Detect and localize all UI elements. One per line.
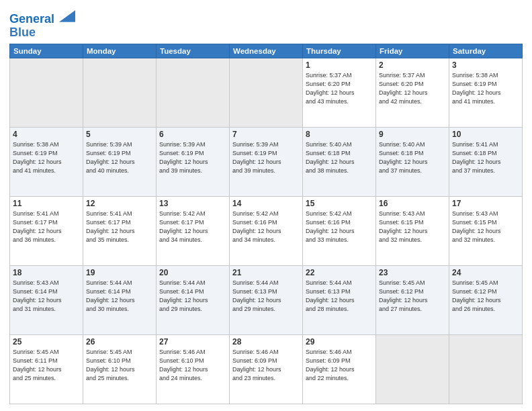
day-number: 29 bbox=[306, 337, 373, 347]
day-info: Sunrise: 5:45 AMSunset: 6:12 PMDaylight:… bbox=[379, 279, 446, 314]
calendar-cell: 4Sunrise: 5:38 AMSunset: 6:19 PMDaylight… bbox=[10, 127, 83, 196]
day-info: Sunrise: 5:37 AMSunset: 6:20 PMDaylight:… bbox=[306, 71, 373, 106]
day-info: Sunrise: 5:45 AMSunset: 6:10 PMDaylight:… bbox=[86, 348, 153, 383]
day-number: 11 bbox=[13, 199, 80, 208]
svg-marker-0 bbox=[59, 10, 75, 22]
day-info: Sunrise: 5:42 AMSunset: 6:16 PMDaylight:… bbox=[232, 210, 300, 244]
day-info: Sunrise: 5:43 AMSunset: 6:14 PMDaylight:… bbox=[13, 279, 80, 314]
day-info: Sunrise: 5:46 AMSunset: 6:09 PMDaylight:… bbox=[306, 348, 373, 383]
header: General Blue bbox=[9, 7, 523, 40]
calendar-cell: 24Sunrise: 5:45 AMSunset: 6:12 PMDayligh… bbox=[449, 265, 523, 334]
day-info: Sunrise: 5:39 AMSunset: 6:19 PMDaylight:… bbox=[86, 140, 153, 175]
calendar-cell: 12Sunrise: 5:41 AMSunset: 6:17 PMDayligh… bbox=[83, 196, 157, 265]
day-number: 22 bbox=[306, 268, 373, 277]
day-info: Sunrise: 5:38 AMSunset: 6:19 PMDaylight:… bbox=[452, 71, 519, 106]
logo-general: General bbox=[9, 12, 54, 26]
day-number: 27 bbox=[159, 337, 226, 347]
weekday-header-row: SundayMondayTuesdayWednesdayThursdayFrid… bbox=[10, 44, 523, 58]
day-number: 4 bbox=[13, 130, 80, 139]
calendar-cell: 25Sunrise: 5:45 AMSunset: 6:11 PMDayligh… bbox=[10, 334, 83, 404]
calendar-cell bbox=[230, 58, 303, 127]
weekday-header-friday: Friday bbox=[376, 44, 449, 58]
day-number: 5 bbox=[86, 130, 153, 139]
calendar-cell: 6Sunrise: 5:39 AMSunset: 6:19 PMDaylight… bbox=[157, 127, 230, 196]
day-info: Sunrise: 5:37 AMSunset: 6:20 PMDaylight:… bbox=[379, 71, 446, 106]
day-number: 1 bbox=[306, 60, 373, 70]
logo-icon bbox=[59, 9, 75, 23]
day-info: Sunrise: 5:45 AMSunset: 6:11 PMDaylight:… bbox=[13, 348, 80, 383]
calendar-cell: 8Sunrise: 5:40 AMSunset: 6:18 PMDaylight… bbox=[303, 127, 376, 196]
calendar-cell: 29Sunrise: 5:46 AMSunset: 6:09 PMDayligh… bbox=[303, 334, 376, 404]
day-number: 21 bbox=[232, 268, 300, 277]
calendar-cell bbox=[449, 334, 523, 404]
day-number: 8 bbox=[306, 130, 373, 139]
day-number: 17 bbox=[452, 199, 519, 208]
day-number: 24 bbox=[452, 268, 519, 277]
day-number: 13 bbox=[159, 199, 226, 208]
day-number: 23 bbox=[379, 268, 446, 277]
calendar-cell: 20Sunrise: 5:44 AMSunset: 6:14 PMDayligh… bbox=[157, 265, 230, 334]
day-number: 20 bbox=[159, 268, 226, 277]
calendar-cell bbox=[83, 58, 157, 127]
calendar-cell: 1Sunrise: 5:37 AMSunset: 6:20 PMDaylight… bbox=[303, 58, 376, 127]
calendar-cell: 16Sunrise: 5:43 AMSunset: 6:15 PMDayligh… bbox=[376, 196, 449, 265]
calendar-cell: 17Sunrise: 5:43 AMSunset: 6:15 PMDayligh… bbox=[449, 196, 523, 265]
calendar-table: SundayMondayTuesdayWednesdayThursdayFrid… bbox=[9, 44, 523, 404]
day-info: Sunrise: 5:44 AMSunset: 6:13 PMDaylight:… bbox=[306, 279, 373, 314]
day-info: Sunrise: 5:40 AMSunset: 6:18 PMDaylight:… bbox=[379, 140, 446, 175]
calendar-cell: 5Sunrise: 5:39 AMSunset: 6:19 PMDaylight… bbox=[83, 127, 157, 196]
calendar-cell: 23Sunrise: 5:45 AMSunset: 6:12 PMDayligh… bbox=[376, 265, 449, 334]
day-info: Sunrise: 5:43 AMSunset: 6:15 PMDaylight:… bbox=[452, 210, 519, 244]
calendar-cell: 11Sunrise: 5:41 AMSunset: 6:17 PMDayligh… bbox=[10, 196, 83, 265]
calendar-cell: 13Sunrise: 5:42 AMSunset: 6:17 PMDayligh… bbox=[157, 196, 230, 265]
day-number: 6 bbox=[159, 130, 226, 139]
day-info: Sunrise: 5:42 AMSunset: 6:16 PMDaylight:… bbox=[306, 210, 373, 244]
calendar-cell: 2Sunrise: 5:37 AMSunset: 6:20 PMDaylight… bbox=[376, 58, 449, 127]
calendar-cell: 9Sunrise: 5:40 AMSunset: 6:18 PMDaylight… bbox=[376, 127, 449, 196]
weekday-header-thursday: Thursday bbox=[303, 44, 376, 58]
calendar-cell: 21Sunrise: 5:44 AMSunset: 6:13 PMDayligh… bbox=[230, 265, 303, 334]
calendar-cell bbox=[376, 334, 449, 404]
day-number: 26 bbox=[86, 337, 153, 347]
calendar-cell: 27Sunrise: 5:46 AMSunset: 6:10 PMDayligh… bbox=[157, 334, 230, 404]
day-number: 10 bbox=[452, 130, 519, 139]
day-info: Sunrise: 5:45 AMSunset: 6:12 PMDaylight:… bbox=[452, 279, 519, 314]
week-row-3: 11Sunrise: 5:41 AMSunset: 6:17 PMDayligh… bbox=[10, 196, 523, 265]
week-row-2: 4Sunrise: 5:38 AMSunset: 6:19 PMDaylight… bbox=[10, 127, 523, 196]
day-number: 19 bbox=[86, 268, 153, 277]
weekday-header-saturday: Saturday bbox=[449, 44, 523, 58]
calendar-cell: 22Sunrise: 5:44 AMSunset: 6:13 PMDayligh… bbox=[303, 265, 376, 334]
day-info: Sunrise: 5:39 AMSunset: 6:19 PMDaylight:… bbox=[232, 140, 300, 175]
day-number: 18 bbox=[13, 268, 80, 277]
day-info: Sunrise: 5:41 AMSunset: 6:18 PMDaylight:… bbox=[452, 140, 519, 175]
day-number: 2 bbox=[379, 60, 446, 70]
logo-blue: Blue bbox=[9, 26, 75, 40]
weekday-header-wednesday: Wednesday bbox=[230, 44, 303, 58]
calendar-cell: 7Sunrise: 5:39 AMSunset: 6:19 PMDaylight… bbox=[230, 127, 303, 196]
day-info: Sunrise: 5:44 AMSunset: 6:14 PMDaylight:… bbox=[86, 279, 153, 314]
day-number: 25 bbox=[13, 337, 80, 347]
weekday-header-tuesday: Tuesday bbox=[157, 44, 230, 58]
day-info: Sunrise: 5:39 AMSunset: 6:19 PMDaylight:… bbox=[159, 140, 226, 175]
day-info: Sunrise: 5:44 AMSunset: 6:13 PMDaylight:… bbox=[232, 279, 300, 314]
day-info: Sunrise: 5:40 AMSunset: 6:18 PMDaylight:… bbox=[306, 140, 373, 175]
day-info: Sunrise: 5:43 AMSunset: 6:15 PMDaylight:… bbox=[379, 210, 446, 244]
day-number: 28 bbox=[232, 337, 300, 347]
week-row-5: 25Sunrise: 5:45 AMSunset: 6:11 PMDayligh… bbox=[10, 334, 523, 404]
day-number: 9 bbox=[379, 130, 446, 139]
day-number: 3 bbox=[452, 60, 519, 70]
calendar-cell: 3Sunrise: 5:38 AMSunset: 6:19 PMDaylight… bbox=[449, 58, 523, 127]
day-number: 7 bbox=[232, 130, 300, 139]
logo: General Blue bbox=[9, 9, 75, 40]
calendar-cell: 10Sunrise: 5:41 AMSunset: 6:18 PMDayligh… bbox=[449, 127, 523, 196]
day-number: 14 bbox=[232, 199, 300, 208]
logo-text: General bbox=[9, 9, 75, 26]
calendar-cell: 14Sunrise: 5:42 AMSunset: 6:16 PMDayligh… bbox=[230, 196, 303, 265]
weekday-header-sunday: Sunday bbox=[10, 44, 83, 58]
calendar-cell bbox=[10, 58, 83, 127]
weekday-header-monday: Monday bbox=[83, 44, 157, 58]
day-info: Sunrise: 5:44 AMSunset: 6:14 PMDaylight:… bbox=[159, 279, 226, 314]
day-info: Sunrise: 5:41 AMSunset: 6:17 PMDaylight:… bbox=[13, 210, 80, 244]
week-row-4: 18Sunrise: 5:43 AMSunset: 6:14 PMDayligh… bbox=[10, 265, 523, 334]
day-number: 16 bbox=[379, 199, 446, 208]
